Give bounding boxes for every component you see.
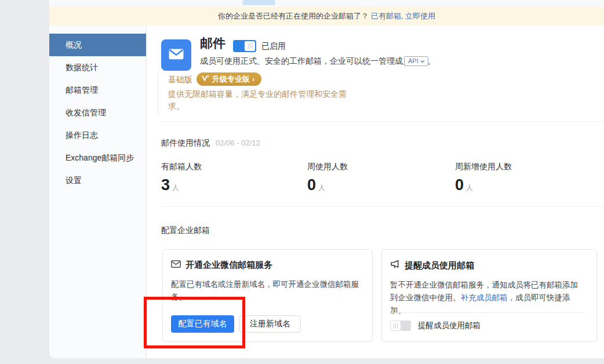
notice-banner: 你的企业是否已经有正在使用的企业邮箱了？ 已有邮箱, 立即使用 [49, 7, 604, 26]
card-open-email-service: 开通企业微信邮箱服务 配置已有域名或注册新域名，即可开通企业微信邮箱服务。 配置… [162, 249, 373, 342]
banner-question: 你的企业是否已经有正在使用的企业邮箱了？ [218, 11, 369, 21]
sidebar-item-send-receive[interactable]: 收发信管理 [49, 101, 146, 124]
sidebar: 概况 数据统计 邮箱管理 收发信管理 操作日志 Exchange邮箱同步 设置 [49, 26, 147, 358]
sidebar-item-mailbox-management[interactable]: 邮箱管理 [49, 79, 146, 101]
upgrade-label: 升级专业版 [212, 74, 250, 85]
configure-existing-domain-button[interactable]: 配置已有域名 [171, 315, 234, 333]
partial-tab[interactable] [242, 0, 275, 5]
sidebar-item-statistics[interactable]: 数据统计 [49, 56, 146, 79]
upgrade-pro-button[interactable]: 升级专业版 › [197, 72, 261, 86]
divider [161, 121, 604, 122]
stat-value: 0人 [307, 176, 348, 194]
feature-description: 成员可使用正式、安全的工作邮箱，企业可以统一管理成员邮箱。 [200, 56, 435, 67]
api-dropdown[interactable]: API [404, 56, 428, 66]
arrow-right-icon: › [252, 75, 254, 83]
spark-v-icon [202, 75, 210, 83]
page-title: 邮件 [200, 35, 225, 52]
stat-value: 0人 [455, 176, 512, 194]
sidebar-item-overview[interactable]: 概况 [49, 34, 146, 56]
remind-members-toggle[interactable] [390, 321, 411, 331]
sidebar-item-settings[interactable]: 设置 [49, 169, 146, 192]
app-panel: 你的企业是否已经有正在使用的企业邮箱了？ 已有邮箱, 立即使用 概况 数据统计 … [49, 0, 604, 358]
stat-has-mailbox: 有邮箱人数 3人 [161, 162, 202, 194]
usage-title: 邮件使用情况 [161, 138, 210, 147]
card-description: 配置已有域名或注册新域名，即可开通企业微信邮箱服务。 [171, 278, 361, 304]
card-title: 开通企业微信邮箱服务 [185, 260, 272, 271]
chevron-down-icon [420, 57, 425, 64]
mail-outline-icon [171, 260, 181, 271]
envelope-icon [166, 44, 186, 66]
dashed-connector [158, 74, 158, 114]
stats-row: 有邮箱人数 3人 周使用人数 0人 周新增使用人数 0人 [161, 162, 604, 196]
usage-date-range: 02/06 - 02/12 [216, 139, 260, 147]
top-strip [49, 0, 604, 7]
stat-label: 周使用人数 [307, 162, 348, 172]
api-label: API [408, 57, 419, 64]
sidebar-menu: 概况 数据统计 邮箱管理 收发信管理 操作日志 Exchange邮箱同步 设置 [49, 26, 146, 192]
supplement-member-email-link[interactable]: 补充成员邮箱 [461, 293, 508, 302]
stat-unit: 人 [466, 184, 473, 192]
stat-unit: 人 [172, 184, 179, 192]
card-buttons: 配置已有域名 注册新域名 [171, 315, 301, 333]
usage-section-header: 邮件使用情况02/06 - 02/12 [161, 138, 260, 148]
toggle-knob [391, 321, 401, 330]
register-new-domain-button[interactable]: 注册新域名 [239, 315, 301, 333]
sidebar-item-exchange-sync[interactable]: Exchange邮箱同步 [49, 147, 146, 169]
promo-text: 提供无限邮箱容量，满足专业的邮件管理和安全需求。 [168, 88, 361, 112]
toggle-knob [245, 41, 255, 51]
card-remind-members: 提醒成员使用邮箱 暂不开通企业微信邮箱服务，通知成员将已有邮箱添加到企业微信中使… [381, 249, 597, 342]
remind-toggle-row: 提醒成员使用邮箱 [390, 321, 481, 331]
stat-label: 周新增使用人数 [455, 162, 512, 172]
megaphone-icon [390, 260, 400, 271]
divider [161, 206, 604, 207]
stat-unit: 人 [318, 184, 325, 192]
stat-value: 3人 [161, 176, 202, 194]
stat-weekly-users: 周使用人数 0人 [307, 162, 348, 194]
card-description: 暂不开通企业微信邮箱服务，通知成员将已有邮箱添加到企业微信中使用。补充成员邮箱，… [390, 279, 585, 317]
sidebar-item-operation-log[interactable]: 操作日志 [49, 124, 146, 147]
mail-enabled-toggle[interactable] [233, 40, 256, 52]
edition-label: 基础版 [168, 75, 192, 85]
status-enabled-label: 已启用 [261, 41, 286, 52]
card-title: 提醒成员使用邮箱 [405, 260, 474, 271]
card-title-row: 提醒成员使用邮箱 [390, 260, 585, 271]
card-title-row: 开通企业微信邮箱服务 [171, 260, 361, 271]
divider [390, 312, 585, 313]
banner-use-now-link[interactable]: 已有邮箱, 立即使用 [371, 11, 435, 21]
mail-app-icon [161, 39, 191, 71]
screenshot-stage: 你的企业是否已经有正在使用的企业邮箱了？ 已有邮箱, 立即使用 概况 数据统计 … [0, 0, 604, 364]
stat-new-weekly-users: 周新增使用人数 0人 [455, 162, 512, 194]
configure-section-title: 配置企业邮箱 [161, 225, 210, 236]
stat-label: 有邮箱人数 [161, 162, 202, 172]
remind-toggle-label: 提醒成员使用邮箱 [418, 321, 481, 331]
